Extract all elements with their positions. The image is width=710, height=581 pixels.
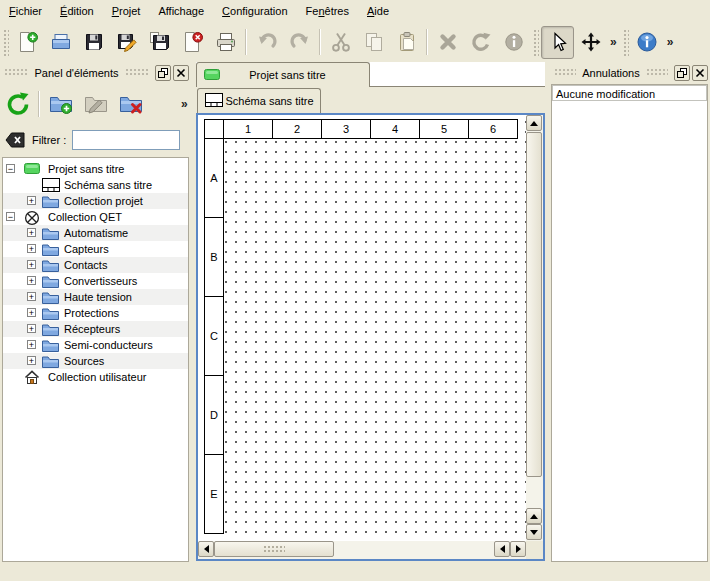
clear-filter-button[interactable] (2, 128, 28, 152)
collections-toolbar-overflow-button[interactable]: » (178, 97, 191, 111)
menu-edition[interactable]: Édition (51, 2, 103, 20)
filter-input[interactable] (72, 130, 180, 150)
print-button[interactable] (209, 26, 242, 59)
folder-icon (42, 242, 60, 256)
delete-button[interactable] (431, 26, 464, 59)
tree-item-protections[interactable]: + Protections (3, 305, 188, 321)
toolbar-overflow-button[interactable]: » (607, 35, 620, 49)
collapse-icon[interactable]: − (6, 212, 15, 221)
tree-item-semi-conducteurs[interactable]: + Semi-conducteurs (3, 337, 188, 353)
scroll-right-button[interactable] (510, 541, 526, 557)
tab-schema-sans-titre[interactable]: Schéma sans titre (197, 88, 321, 113)
expand-icon[interactable]: + (27, 308, 36, 317)
scroll-up-button[interactable] (526, 508, 542, 524)
schema-icon (42, 178, 60, 192)
save-icon (83, 31, 105, 53)
close-panel-button[interactable] (173, 65, 189, 81)
tree-item-sources[interactable]: + Sources (3, 353, 188, 369)
tree-item-collection-utilisateur[interactable]: Collection utilisateur (3, 369, 188, 385)
delete-category-button[interactable] (113, 87, 148, 122)
dock-grip (554, 68, 576, 77)
expand-icon[interactable]: + (27, 276, 36, 285)
expand-icon[interactable]: + (27, 324, 36, 333)
menu-fichier[interactable]: Fichier (0, 2, 51, 20)
project-folder-icon (24, 162, 42, 176)
elements-tree: − Projet sans titre Schéma sans titre + … (2, 157, 189, 562)
expand-icon[interactable]: + (27, 260, 36, 269)
save-as-button[interactable] (110, 26, 143, 59)
tree-item-contacts[interactable]: + Contacts (3, 257, 188, 273)
menu-projet[interactable]: Projet (103, 2, 150, 20)
scroll-left-button[interactable] (198, 541, 214, 557)
edit-category-button[interactable] (78, 87, 113, 122)
tree-item-projet-sans-titre[interactable]: − Projet sans titre (3, 161, 188, 177)
toolbar-handle[interactable] (622, 28, 629, 56)
tree-item-automatisme[interactable]: + Automatisme (3, 225, 188, 241)
annulations-panel-title: Annulations (580, 67, 642, 79)
open-project-button[interactable] (44, 26, 77, 59)
expand-icon[interactable]: + (27, 340, 36, 349)
edit-folder-icon (84, 92, 108, 116)
tree-item-capteurs[interactable]: + Capteurs (3, 241, 188, 257)
horizontal-scrollbar-thumb[interactable] (214, 541, 334, 557)
toolbar-handle[interactable] (2, 28, 9, 56)
tree-item-collection-qet[interactable]: − Collection QET (3, 209, 188, 225)
redo-button[interactable] (283, 26, 316, 59)
undo-list-item[interactable]: Aucune modification (552, 85, 707, 101)
new-document-button[interactable] (11, 26, 44, 59)
tree-item-schema-sans-titre[interactable]: Schéma sans titre (3, 177, 188, 193)
menu-affichage[interactable]: Affichage (149, 2, 213, 20)
menu-configuration[interactable]: Configuration (213, 2, 296, 20)
schema-canvas[interactable]: 1 2 3 4 5 6 A B C D E (198, 115, 526, 541)
toolbar-separator (38, 91, 40, 117)
tree-item-convertisseurs[interactable]: + Convertisseurs (3, 273, 188, 289)
arrow-right-icon (516, 545, 521, 553)
float-panel-button[interactable] (155, 65, 171, 81)
rotate-icon (470, 31, 492, 53)
close-panel-button[interactable] (692, 65, 708, 81)
new-document-icon (17, 31, 39, 53)
redo-icon (289, 31, 311, 53)
pan-mode-button[interactable] (574, 26, 607, 59)
tab-projet-sans-titre[interactable]: Projet sans titre (196, 62, 370, 87)
toolbar-overflow-button[interactable]: » (664, 35, 677, 49)
copy-button[interactable] (357, 26, 390, 59)
save-button[interactable] (77, 26, 110, 59)
menu-aide[interactable]: Aide (358, 2, 398, 20)
expand-icon[interactable]: + (27, 292, 36, 301)
elements-panel-titlebar[interactable]: Panel d'éléments (0, 63, 192, 82)
undo-button[interactable] (250, 26, 283, 59)
reload-collections-button[interactable] (0, 87, 35, 122)
vertical-scrollbar-thumb[interactable] (526, 132, 542, 477)
collapse-icon[interactable]: − (6, 164, 15, 173)
collections-toolbar: » (0, 84, 192, 124)
folder-icon (42, 194, 60, 208)
expand-icon[interactable]: + (27, 244, 36, 253)
new-category-button[interactable] (43, 87, 78, 122)
selection-mode-button[interactable] (541, 26, 574, 59)
scroll-up-button[interactable] (526, 115, 542, 131)
infos-button[interactable] (497, 26, 530, 59)
tree-item-haute-tension[interactable]: + Haute tension (3, 289, 188, 305)
save-all-button[interactable] (143, 26, 176, 59)
float-panel-button[interactable] (674, 65, 690, 81)
toolbar-handle[interactable] (532, 28, 539, 56)
print-icon (215, 31, 237, 53)
float-icon (677, 68, 687, 78)
annulations-panel-titlebar[interactable]: Annulations (550, 63, 710, 82)
about-qet-button[interactable] (631, 26, 664, 59)
tree-item-collection-projet[interactable]: + Collection projet (3, 193, 188, 209)
tree-item-recepteurs[interactable]: + Récepteurs (3, 321, 188, 337)
cut-button[interactable] (324, 26, 357, 59)
close-file-button[interactable] (176, 26, 209, 59)
rotate-button[interactable] (464, 26, 497, 59)
expand-icon[interactable]: + (27, 228, 36, 237)
schema-view: 1 2 3 4 5 6 A B C D E (196, 113, 545, 561)
scroll-left-button[interactable] (494, 541, 510, 557)
paste-button[interactable] (390, 26, 423, 59)
close-file-icon (182, 31, 204, 53)
expand-icon[interactable]: + (27, 196, 36, 205)
expand-icon[interactable]: + (27, 356, 36, 365)
scroll-down-button[interactable] (526, 524, 542, 540)
menu-fenetres[interactable]: Fenêtres (297, 2, 358, 20)
